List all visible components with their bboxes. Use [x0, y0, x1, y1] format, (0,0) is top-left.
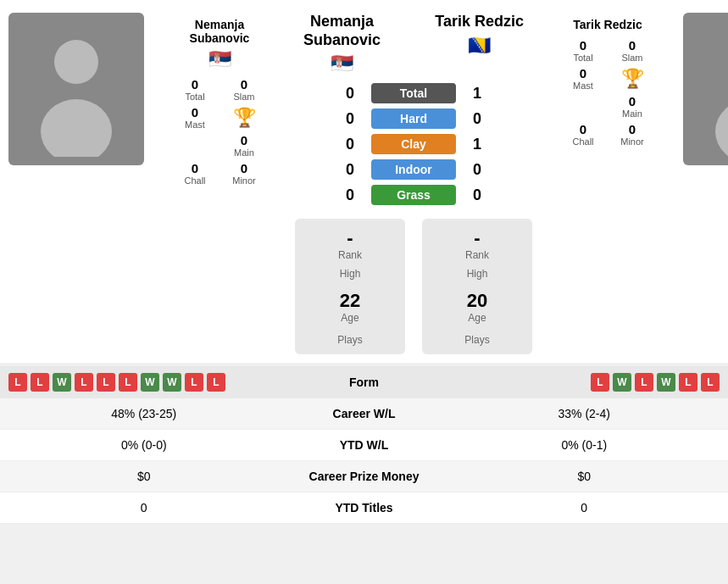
left-minor-value: 0 [223, 161, 265, 175]
right-rank-box: - Rank High 20 Age Plays [422, 219, 532, 354]
form-badge-left-7: W [163, 373, 181, 392]
left-player-photo [8, 13, 144, 165]
score-right-clay: 1 [456, 136, 498, 153]
right-high-label: High [434, 268, 520, 280]
left-chall-value: 0 [174, 161, 216, 175]
left-rank-value: - [307, 227, 393, 249]
career-prize-row: $0 Career Prize Money $0 [0, 461, 728, 492]
right-minor-label: Minor [611, 136, 653, 147]
left-player-name-center: NemanjaSubanovic [303, 13, 381, 49]
form-badge-left-8: L [185, 373, 203, 392]
score-left-clay: 0 [329, 136, 371, 153]
right-slam-label: Slam [611, 53, 653, 63]
ytd-titles-label: YTD Titles [280, 501, 449, 514]
ytd-wl-label: YTD W/L [280, 438, 449, 452]
score-right-hard: 0 [456, 110, 498, 128]
form-badge-left-5: L [119, 373, 137, 392]
career-wl-label: Career W/L [280, 407, 449, 420]
form-badge-left-1: L [31, 373, 49, 392]
form-badge-left-2: W [53, 373, 71, 392]
score-right-total: 1 [456, 85, 498, 103]
ytd-wl-left: 0% (0-0) [8, 438, 280, 452]
left-slam-value: 0 [223, 77, 265, 92]
score-right-grass: 0 [456, 186, 498, 204]
right-rank-label: Rank [434, 249, 520, 261]
career-prize-left: $0 [8, 470, 280, 483]
right-age-value: 20 [434, 290, 520, 312]
career-wl-row: 48% (23-25) Career W/L 33% (2-4) [0, 398, 728, 430]
score-left-hard: 0 [329, 110, 371, 128]
right-mast-value: 0 [562, 66, 604, 81]
left-player-info: Nemanja Subanovic 🇷🇸 0 Total 0 Slam 0 Ma… [148, 13, 291, 186]
score-left-indoor: 0 [329, 161, 371, 179]
right-minor-value: 0 [611, 122, 653, 136]
surface-btn-grass: Grass [371, 185, 456, 205]
left-player-flag: 🇷🇸 [208, 48, 231, 70]
ytd-titles-left: 0 [8, 501, 280, 514]
form-badge-right-0: L [591, 373, 609, 392]
right-player-name: Tarik Redzic [573, 18, 642, 31]
form-row: LLWLLLWWLL Form LWLWLL [0, 366, 728, 398]
left-minor-label: Minor [223, 175, 265, 186]
right-chall-label: Chall [562, 136, 604, 147]
left-rank-label: Rank [307, 249, 393, 261]
career-prize-label: Career Prize Money [280, 470, 449, 483]
left-main-value: 0 [223, 133, 265, 147]
form-badge-right-2: L [635, 373, 653, 392]
right-total-label: Total [562, 53, 604, 63]
left-player-name: Nemanja Subanovic [190, 18, 250, 45]
left-age-value: 22 [307, 290, 393, 312]
score-row-indoor: 0 Indoor 0 [295, 159, 532, 180]
surface-btn-hard: Hard [371, 108, 456, 129]
left-rank-box: - Rank High 22 Age Plays [295, 219, 405, 354]
right-main-label: Main [611, 108, 653, 119]
score-row-total: 0 Total 1 [295, 83, 532, 103]
right-rank-value: - [434, 227, 520, 249]
ytd-wl-right: 0% (0-1) [449, 438, 720, 452]
left-high-label: High [307, 268, 393, 280]
bottom-section: LLWLLLWWLL Form LWLWLL 48% (23-25) Caree… [0, 366, 728, 524]
svg-point-1 [54, 40, 98, 84]
right-player-info: Tarik Redzic 0 Total 0 Slam 0 Mast 🏆 0 M… [536, 13, 679, 147]
left-flag-center: 🇷🇸 [303, 53, 381, 75]
form-badges-right: LWLWLL [415, 373, 720, 392]
right-chall-value: 0 [562, 122, 604, 136]
left-main-label: Main [223, 147, 265, 158]
form-badge-left-3: L [75, 373, 93, 392]
score-right-indoor: 0 [456, 161, 498, 179]
form-badge-right-4: L [679, 373, 697, 392]
score-row-hard: 0 Hard 0 [295, 108, 532, 129]
form-badge-right-3: W [657, 373, 675, 392]
right-player-stats: 0 Total 0 Slam 0 Mast 🏆 0 Main 0 Chall [562, 38, 653, 147]
surface-btn-indoor: Indoor [371, 159, 456, 180]
left-total-value: 0 [174, 77, 216, 92]
score-row-grass: 0 Grass 0 [295, 185, 532, 205]
form-badge-right-1: W [613, 373, 631, 392]
form-badge-left-4: L [97, 373, 115, 392]
right-player-name-center: Tarik Redzic [435, 13, 524, 31]
trophy-icon-right: 🏆 [621, 68, 644, 90]
form-badges-left: LLWLLLWWLL [8, 373, 314, 392]
form-label: Form [314, 375, 415, 389]
right-age-label: Age [434, 312, 520, 324]
left-mast-label: Mast [174, 120, 216, 130]
career-wl-right: 33% (2-4) [449, 407, 720, 420]
scores-table: 0 Total 1 0 Hard 0 0 Clay 1 0 Indoor 0 0… [295, 83, 532, 210]
score-row-clay: 0 Clay 1 [295, 134, 532, 154]
ytd-titles-right: 0 [449, 501, 720, 514]
form-badge-right-5: L [701, 373, 720, 392]
left-slam-label: Slam [223, 92, 265, 102]
center-panel: NemanjaSubanovic 🇷🇸 Tarik Redzic 🇧🇦 0 To… [295, 13, 532, 354]
left-mast-value: 0 [174, 105, 216, 120]
career-wl-left: 48% (23-25) [8, 407, 280, 420]
right-player-photo [683, 13, 728, 165]
ytd-wl-row: 0% (0-0) YTD W/L 0% (0-1) [0, 430, 728, 461]
surface-btn-clay: Clay [371, 134, 456, 154]
left-plays-label: Plays [307, 334, 393, 346]
score-left-total: 0 [329, 85, 371, 103]
top-section: Nemanja Subanovic 🇷🇸 0 Total 0 Slam 0 Ma… [0, 0, 728, 363]
score-left-grass: 0 [329, 186, 371, 204]
right-slam-value: 0 [611, 38, 653, 53]
player-names-row: NemanjaSubanovic 🇷🇸 Tarik Redzic 🇧🇦 [295, 13, 532, 75]
form-badge-left-6: W [141, 373, 159, 392]
